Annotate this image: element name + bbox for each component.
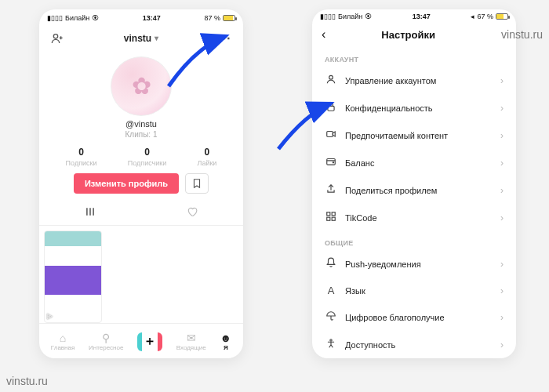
bookmark-button[interactable] [185, 173, 209, 194]
svg-point-10 [333, 162, 333, 163]
row-content-pref[interactable]: Предпочитаемый контент › [312, 122, 516, 149]
stat-followers[interactable]: 0 Подписчики [128, 147, 167, 167]
svg-rect-7 [328, 106, 334, 111]
nav-inbox[interactable]: ✉ Входящие [176, 332, 206, 351]
status-bar: ▮▯▯▯ Билайн ⦿ 13:47 ◂ 67 % [312, 9, 516, 21]
content-tabs [39, 201, 243, 226]
wifi-icon: ⦿ [365, 13, 372, 20]
battery-pct: 67 % [477, 13, 493, 20]
row-accessibility[interactable]: Доступность › [312, 331, 516, 358]
video-thumb[interactable]: ▷ [44, 230, 102, 323]
globe-icon: A [325, 285, 337, 296]
svg-rect-13 [327, 217, 330, 220]
svg-point-0 [53, 34, 57, 38]
username: vinstu [124, 33, 151, 44]
video-grid: ▷ [39, 226, 243, 323]
svg-rect-12 [332, 212, 335, 216]
stat-following[interactable]: 0 Подписки [66, 147, 97, 167]
qr-icon [325, 211, 337, 224]
svg-rect-11 [327, 212, 330, 216]
stats-row: 0 Подписки 0 Подписчики 0 Лайки [50, 147, 232, 167]
battery-pct: 87 % [204, 14, 220, 22]
row-push[interactable]: Push-уведомления › [312, 250, 516, 278]
row-digital-wellbeing[interactable]: Цифровое благополучие › [312, 303, 516, 331]
row-language[interactable]: A Язык › [312, 278, 516, 303]
row-tikcode[interactable]: TikCode › [312, 204, 516, 231]
chevron-right-icon: › [500, 130, 504, 141]
accessibility-icon [325, 338, 337, 351]
signal-icon: ▮▯▯▯ [47, 14, 63, 22]
chevron-right-icon: › [500, 259, 504, 270]
inbox-icon: ✉ [187, 332, 196, 343]
clips-count: Клипы: 1 [39, 130, 243, 139]
add-friend-icon[interactable] [49, 30, 66, 47]
svg-rect-8 [327, 132, 333, 137]
chevron-right-icon: › [500, 285, 504, 296]
svg-rect-14 [332, 217, 335, 220]
nav-discover[interactable]: ⚲ Интересное [89, 332, 123, 351]
home-icon: ⌂ [60, 332, 66, 343]
play-icon: ▷ [47, 312, 53, 320]
wifi-icon: ⦿ [92, 14, 99, 22]
bottom-nav: ⌂ Главная ⚲ Интересное ＋ ✉ Входящие ☻ Я [39, 323, 243, 358]
nav-profile[interactable]: ☻ Я [220, 332, 231, 351]
share-icon [325, 183, 337, 197]
stat-likes[interactable]: 0 Лайки [197, 147, 216, 167]
svg-point-15 [330, 339, 332, 341]
profile-screen: ▮▯▯▯ Билайн ⦿ 13:47 87 % vinstu ▾ ⋯ ✿ @v… [39, 9, 243, 358]
section-account: АККАУНТ [312, 48, 516, 67]
carrier: Билайн [338, 13, 362, 20]
bell-icon [325, 257, 337, 270]
section-general: ОБЩИЕ [312, 231, 516, 250]
handle: @vinstu [39, 119, 243, 129]
page-title: Настройки [312, 29, 507, 41]
row-balance[interactable]: Баланс › [312, 149, 516, 176]
search-icon: ⚲ [102, 332, 110, 343]
watermark: vinstu.ru [501, 28, 543, 41]
avatar[interactable]: ✿ [111, 56, 172, 116]
wallet-icon [325, 156, 337, 169]
watermark: vinstu.ru [6, 375, 48, 387]
nav-home[interactable]: ⌂ Главная [51, 332, 75, 351]
row-share-profile[interactable]: Поделиться профилем › [312, 176, 516, 204]
chevron-right-icon: › [500, 185, 504, 196]
chevron-right-icon: › [500, 212, 504, 223]
tab-grid[interactable] [39, 201, 141, 225]
signal-icon: ▮▯▯▯ [320, 13, 336, 20]
chevron-down-icon: ▾ [155, 34, 158, 42]
carrier: Билайн [65, 14, 89, 22]
person-icon: ☻ [220, 332, 231, 343]
clock: 13:47 [413, 13, 431, 20]
video-icon [325, 129, 337, 142]
lock-icon [325, 101, 337, 114]
clock: 13:47 [143, 14, 161, 22]
nav-create[interactable]: ＋ [137, 332, 162, 351]
chevron-right-icon: › [500, 339, 504, 350]
tab-liked[interactable] [141, 201, 243, 225]
username-dropdown[interactable]: vinstu ▾ [124, 33, 158, 44]
status-bar: ▮▯▯▯ Билайн ⦿ 13:47 87 % [39, 9, 243, 25]
settings-screen: ▮▯▯▯ Билайн ⦿ 13:47 ◂ 67 % ‹ Настройки А… [312, 9, 516, 358]
battery-icon [496, 13, 508, 20]
row-manage-account[interactable]: Управление аккаунтом › [312, 67, 516, 94]
more-menu[interactable]: ⋯ [216, 30, 234, 47]
chevron-right-icon: › [500, 75, 504, 86]
chevron-right-icon: › [500, 312, 504, 323]
chevron-right-icon: › [500, 103, 504, 114]
edit-profile-button[interactable]: Изменить профиль [74, 173, 179, 194]
location-icon: ◂ [471, 13, 474, 20]
row-privacy[interactable]: Конфиденциальность › [312, 94, 516, 122]
battery-icon [223, 15, 235, 21]
chevron-right-icon: › [500, 158, 504, 169]
person-icon [325, 74, 337, 87]
svg-point-6 [329, 75, 333, 79]
umbrella-icon [325, 310, 337, 324]
